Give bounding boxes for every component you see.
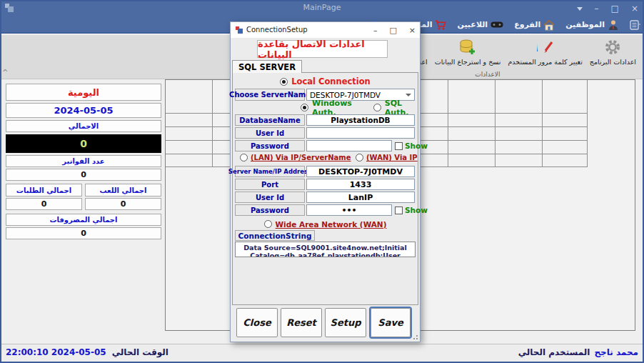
change-password-icon: A — [537, 39, 554, 56]
reset-button[interactable]: Reset — [281, 308, 322, 337]
expenses-total-value: 0 — [6, 227, 161, 239]
ribbon-item-program-settings[interactable]: اعدادات البرنامج — [586, 36, 640, 66]
connection-string-line1: Data Source=SQL9001.site4now.net;Initial — [236, 244, 415, 252]
lan-user-id-label: User Id — [235, 192, 305, 203]
window-close-button[interactable]: × — [631, 4, 638, 13]
user-id-label: User Id — [235, 127, 305, 139]
lan-show-password-checkbox[interactable] — [395, 207, 403, 214]
connection-string-box[interactable]: Data Source=SQL9001.site4now.net;Initial… — [235, 242, 416, 257]
invoice-count-label: عدد الفواتير — [6, 155, 161, 167]
wan-link-label[interactable]: (WAN) Via IP — [366, 154, 418, 161]
lan-radio[interactable] — [240, 154, 248, 161]
summary-title: اليومية — [6, 84, 161, 101]
wan-network-label[interactable]: Wide Area Network (WAN) — [276, 220, 387, 229]
choose-server-label: Choose ServerName — [235, 89, 305, 101]
dialog-icon — [236, 26, 243, 34]
wan-ip-radio[interactable] — [356, 154, 363, 161]
current-time-value: 22:00:10 2024-05-05 — [6, 347, 106, 357]
current-user-label: المستخدم الحالي — [518, 347, 590, 357]
password-input[interactable] — [306, 140, 392, 151]
total-value: 0 — [6, 134, 161, 153]
ribbon-item-backup-restore[interactable]: نسخ و استرجاع البيانات — [431, 36, 505, 66]
svg-text:A: A — [537, 40, 538, 54]
dialog-minimize-button[interactable]: – — [373, 26, 378, 35]
dialog-maximize-button[interactable]: □ — [389, 26, 396, 35]
lan-link-label[interactable]: (LAN) Via IP/ServerName — [251, 154, 351, 161]
app-menu-button[interactable] — [630, 20, 640, 30]
show-password-label: Show — [405, 141, 428, 150]
program-settings-icon — [604, 39, 621, 56]
total-label: الاجمالي — [6, 120, 161, 132]
window-maximize-button[interactable]: □ — [611, 4, 619, 13]
save-button[interactable]: Save — [371, 308, 411, 337]
lan-user-id-input[interactable]: LanIP — [306, 192, 415, 203]
orders-total-value: 0 — [6, 198, 82, 210]
port-input[interactable]: 1433 — [306, 179, 415, 190]
window-minimize-button[interactable]: – — [595, 4, 599, 13]
local-connection-option[interactable]: Local Connection — [233, 76, 418, 86]
play-total-label: اجمالي اللعب — [85, 184, 161, 197]
window-title: MainPage — [0, 3, 644, 12]
dialog-button-row: Close Reset Setup Save — [231, 307, 420, 338]
menu-item-label: اللاعبين — [457, 20, 488, 29]
sql-server-tab-panel: Local Connection Choose ServerName DESKT… — [232, 72, 418, 305]
dialog-heading: اعدادات الاتصال بقاعدة البيانات — [257, 40, 388, 58]
database-name-label: DatabaseName — [235, 114, 305, 126]
expenses-total-label: اجمالي المصروفات — [6, 214, 161, 226]
ribbon-item-label: تغيير كلمة مرور المستخدم — [508, 58, 582, 66]
close-button[interactable]: Close — [236, 308, 278, 337]
windows-auth-radio[interactable] — [301, 104, 308, 111]
connection-string-line2: Catalog=db_aa78ef_playstationdb;User — [236, 252, 415, 257]
database-name-input[interactable]: PlaystationDB — [306, 114, 415, 126]
connection-string-label: ConnectionString — [235, 230, 315, 241]
lan-show-password-label: Show — [405, 206, 428, 214]
purchases-icon — [435, 19, 446, 31]
ribbon-item-change-password[interactable]: A تغيير كلمة مرور المستخدم — [504, 36, 585, 66]
password-label: Password — [235, 140, 305, 151]
menu-item-branches[interactable]: الفروع — [514, 19, 555, 31]
orders-total-label: اجمالي الطلبات — [6, 184, 82, 197]
server-ip-input[interactable]: DESKTOP-7J0TMDV — [306, 166, 415, 177]
dialog-title: ConnectionSetup — [246, 26, 308, 34]
connection-setup-dialog: ConnectionSetup – □ × اعدادات الاتصال بق… — [230, 21, 421, 342]
current-time-label: الوقت الحالي — [112, 347, 168, 357]
employees-icon — [608, 19, 619, 31]
dialog-resize-grip[interactable] — [413, 334, 418, 340]
status-bar: 22:00:10 2024-05-05 الوقت الحالي المستخد… — [0, 344, 644, 363]
main-window: MainPage – □ × الموظفين الفروع اللاعبين … — [0, 0, 644, 363]
local-connection-radio[interactable] — [280, 78, 288, 86]
collapse-panel-icon[interactable]: ^ — [2, 69, 8, 76]
dialog-titlebar[interactable]: ConnectionSetup – □ × — [231, 22, 420, 38]
branches-icon — [543, 19, 555, 31]
menu-item-players[interactable]: اللاعبين — [457, 20, 503, 29]
lan-password-input[interactable]: ••• — [306, 204, 392, 216]
invoice-count-value: 0 — [6, 169, 161, 181]
chevron-down-icon — [406, 94, 411, 96]
players-icon — [490, 20, 503, 29]
ribbon-item-label: نسخ و استرجاع البيانات — [435, 58, 501, 66]
lan-password-label: Password — [235, 204, 305, 216]
menu-item-employees[interactable]: الموظفين — [565, 19, 619, 31]
user-id-input[interactable] — [306, 127, 415, 139]
dialog-close-button[interactable]: × — [409, 26, 416, 35]
daily-summary-panel: اليومية 2024-05-05 الاجمالي 0 عدد الفوات… — [4, 80, 163, 246]
current-user-value: محمد ناجح — [594, 347, 638, 357]
sql-auth-radio[interactable] — [373, 104, 381, 111]
window-titlebar: MainPage – □ × — [0, 0, 644, 17]
ribbon-item-label: اعدادات البرنامج — [590, 58, 636, 66]
window-menu-caret-icon[interactable] — [577, 7, 583, 11]
tab-sql-server[interactable]: SQL SERVER — [232, 60, 302, 73]
setup-button[interactable]: Setup — [325, 308, 366, 337]
wan-network-radio[interactable] — [264, 220, 272, 228]
menu-item-label: الفروع — [514, 20, 540, 29]
summary-date: 2024-05-05 — [6, 103, 161, 118]
play-total-value: 0 — [85, 198, 161, 210]
local-connection-label: Local Connection — [291, 76, 371, 86]
menu-item-label: الموظفين — [565, 20, 605, 29]
backup-restore-icon — [459, 39, 476, 56]
port-label: Port — [235, 179, 305, 190]
show-password-checkbox[interactable] — [395, 142, 403, 150]
app-menu-icon — [630, 20, 640, 30]
server-ip-label: Server Name/IP Address — [235, 166, 305, 177]
